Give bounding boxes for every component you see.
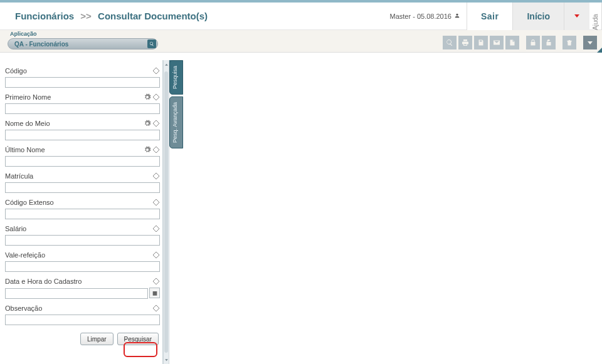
- user-icon: [454, 13, 460, 20]
- field-input-codigo-extenso[interactable]: [5, 209, 160, 219]
- breadcrumb-module: Funcionários: [15, 11, 74, 21]
- field-input-observacao[interactable]: [5, 315, 160, 325]
- search-panel: Código Primeiro Nome: [0, 60, 163, 364]
- field-input-data-cadastro[interactable]: [5, 288, 148, 299]
- clear-icon[interactable]: [152, 278, 160, 285]
- clear-button[interactable]: Limpar: [80, 333, 114, 345]
- user-text: Master - 05.08.2016: [390, 13, 452, 20]
- field-input-ultimo-nome[interactable]: [5, 156, 160, 167]
- clear-icon[interactable]: [152, 304, 160, 312]
- field-label-vale-refeicao: Vale-refeição: [5, 251, 45, 259]
- scroll-up-icon[interactable]: [164, 60, 169, 69]
- field-input-vale-refeicao[interactable]: [5, 261, 160, 272]
- calendar-icon[interactable]: [149, 288, 160, 298]
- scroll-thumb[interactable]: [164, 71, 168, 353]
- scroll-down-icon[interactable]: [164, 355, 169, 364]
- triangle-down-icon: [573, 11, 581, 21]
- breadcrumb-page: Consultar Documento(s): [98, 11, 208, 21]
- tool-more-dropdown[interactable]: [583, 36, 597, 49]
- help-tab[interactable]: Ajuda: [589, 3, 602, 30]
- field-input-salario[interactable]: [5, 235, 160, 246]
- field-label-ultimo-nome: Último Nome: [5, 146, 45, 153]
- field-label-matricula: Matrícula: [5, 172, 33, 180]
- appbar-label: Aplicação: [10, 31, 158, 37]
- tool-lock-icon[interactable]: [526, 36, 540, 49]
- field-input-nome-meio[interactable]: [5, 130, 160, 140]
- field-label-primeiro-nome: Primeiro Nome: [5, 93, 51, 101]
- application-value: QA - Funcionários: [14, 41, 68, 48]
- field-label-salario: Salário: [5, 225, 26, 232]
- field-label-data-cadastro: Data e Hora do Cadastro: [5, 278, 82, 285]
- header-dropdown-button[interactable]: [564, 3, 589, 30]
- tool-delete-icon[interactable]: [562, 36, 576, 49]
- tool-export-icon[interactable]: [505, 36, 519, 49]
- collapse-appbar-icon[interactable]: [597, 48, 602, 53]
- tool-save-icon[interactable]: [474, 36, 488, 49]
- user-info: Master - 05.08.2016: [390, 13, 460, 20]
- field-input-codigo[interactable]: [5, 77, 160, 88]
- clear-icon[interactable]: [152, 199, 160, 206]
- breadcrumb-sep: >>: [80, 11, 92, 21]
- gear-icon[interactable]: [144, 146, 151, 153]
- clear-icon[interactable]: [152, 120, 160, 127]
- tool-print-icon[interactable]: [458, 36, 472, 49]
- field-input-matricula[interactable]: [5, 182, 160, 193]
- tab-pesquisa-avancada[interactable]: Pesq. Avançada: [169, 96, 183, 148]
- clear-icon[interactable]: [152, 225, 160, 232]
- clear-icon[interactable]: [152, 172, 160, 180]
- tab-pesquisa[interactable]: Pesquisa: [169, 60, 183, 95]
- search-icon: [147, 39, 156, 48]
- tool-mail-icon[interactable]: [490, 36, 504, 49]
- scrollbar[interactable]: [163, 60, 169, 364]
- tool-search-icon[interactable]: [443, 36, 457, 49]
- field-label-nome-meio: Nome do Meio: [5, 120, 50, 127]
- field-label-codigo-extenso: Código Extenso: [5, 199, 54, 206]
- breadcrumb: Funcionários >> Consultar Documento(s): [15, 11, 390, 21]
- clear-icon[interactable]: [152, 251, 160, 259]
- clear-icon[interactable]: [152, 146, 160, 153]
- search-button[interactable]: Pesquisar: [117, 333, 159, 345]
- home-button[interactable]: Início: [512, 3, 564, 30]
- logout-button[interactable]: Sair: [467, 3, 512, 30]
- clear-icon[interactable]: [152, 93, 160, 101]
- tool-unlock-icon[interactable]: [542, 36, 556, 49]
- gear-icon[interactable]: [144, 120, 151, 127]
- field-input-primeiro-nome[interactable]: [5, 103, 160, 114]
- application-selector[interactable]: QA - Funcionários: [8, 38, 158, 49]
- clear-icon[interactable]: [152, 67, 160, 75]
- field-label-observacao: Observação: [5, 304, 42, 312]
- field-label-codigo: Código: [5, 67, 27, 75]
- toolbar: [443, 36, 597, 49]
- gear-icon[interactable]: [144, 93, 151, 101]
